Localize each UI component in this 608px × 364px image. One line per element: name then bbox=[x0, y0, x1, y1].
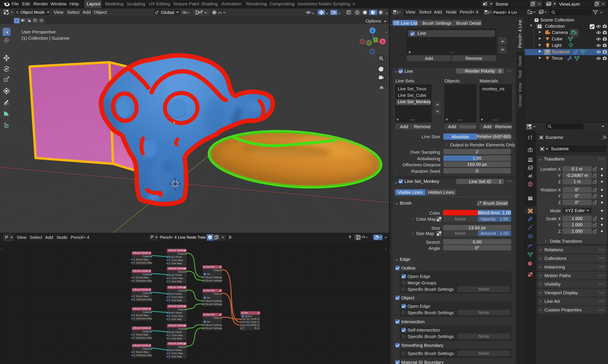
svg-text:Y: Y bbox=[375, 38, 377, 41]
svg-text:Z: Z bbox=[371, 29, 373, 32]
svg-text:X: X bbox=[382, 40, 384, 43]
